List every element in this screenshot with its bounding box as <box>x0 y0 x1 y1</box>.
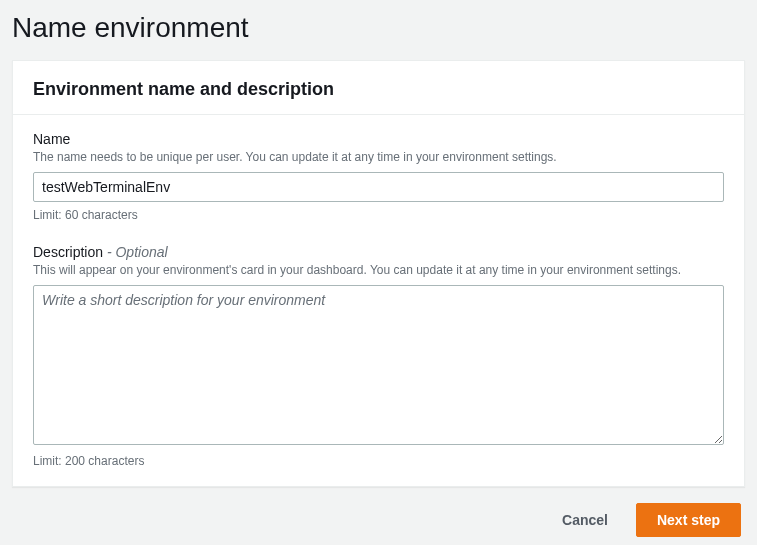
name-constraint: Limit: 60 characters <box>33 208 724 222</box>
description-optional-tag: - Optional <box>107 244 168 260</box>
page-title: Name environment <box>12 12 745 44</box>
name-help: The name needs to be unique per user. Yo… <box>33 149 724 166</box>
panel-body: Name The name needs to be unique per use… <box>13 115 744 486</box>
footer-actions: Cancel Next step <box>12 487 745 537</box>
form-panel: Environment name and description Name Th… <box>12 60 745 487</box>
next-step-button[interactable]: Next step <box>636 503 741 537</box>
name-label: Name <box>33 131 724 147</box>
description-constraint: Limit: 200 characters <box>33 454 724 468</box>
name-field: Name The name needs to be unique per use… <box>33 131 724 222</box>
description-help: This will appear on your environment's c… <box>33 262 724 279</box>
name-input[interactable] <box>33 172 724 202</box>
description-field: Description - Optional This will appear … <box>33 244 724 468</box>
cancel-button[interactable]: Cancel <box>550 504 620 536</box>
panel-header: Environment name and description <box>13 61 744 115</box>
panel-heading: Environment name and description <box>33 79 724 100</box>
description-label: Description <box>33 244 103 260</box>
description-textarea[interactable] <box>33 285 724 445</box>
description-label-row: Description - Optional <box>33 244 724 260</box>
